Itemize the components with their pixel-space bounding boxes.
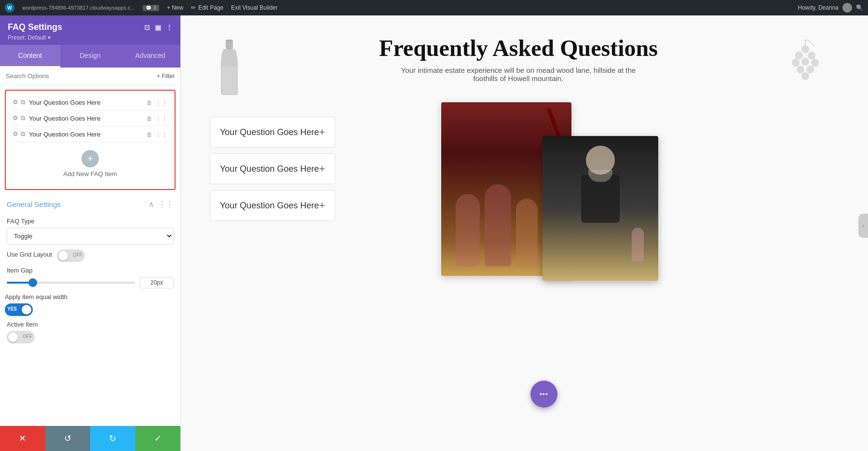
svg-point-9 [806, 66, 814, 73]
active-item-toggle-track[interactable]: OFF [7, 331, 35, 343]
list-item[interactable]: Your Question Goes Here ⋮ [10, 95, 171, 110]
page-subtitle: Your intimate estate experience will be … [398, 66, 639, 82]
toggle-thumb-on [22, 305, 31, 314]
tab-design[interactable]: Design [60, 45, 121, 68]
gear-icon[interactable] [13, 98, 18, 106]
save-button[interactable]: ✓ [136, 426, 181, 451]
delete-icon[interactable] [147, 115, 152, 122]
slider-thumb[interactable] [28, 278, 37, 287]
layout-icon[interactable]: ▣ [155, 24, 161, 31]
list-item[interactable]: Your Question Goes Here ⋮ [10, 126, 171, 142]
main-content: Frequently Asked Questions Your intimate… [181, 15, 868, 451]
toggle-track[interactable]: OFF [57, 249, 85, 262]
preset-label: Preset: Default [8, 34, 46, 41]
grid-layout-toggle[interactable]: OFF [57, 249, 85, 262]
sidebar: FAQ Settings ⊡ ▣ ⋮ Preset: Default ▾ Con… [0, 15, 181, 451]
faq-type-select[interactable]: Toggle Accordion [7, 228, 174, 245]
filter-button[interactable]: + Filter [157, 73, 175, 80]
search-icon[interactable]: 🔍 [856, 4, 863, 11]
item-gap-slider[interactable] [7, 282, 135, 284]
section-dots-icon[interactable]: ⋮ [158, 200, 174, 209]
slider-fill [7, 282, 30, 284]
faq-items-list: Your Question Goes Here + Your Question … [210, 117, 335, 221]
edit-page-button[interactable]: ✏ Edit Page [191, 4, 223, 11]
equal-width-toggle-track[interactable]: YES [5, 303, 33, 316]
comment-bubble[interactable]: 💬 0 [143, 5, 160, 11]
svg-point-8 [797, 66, 804, 73]
chevron-up-icon[interactable] [149, 200, 154, 209]
redo-icon: ↻ [109, 433, 116, 444]
svg-point-10 [801, 72, 809, 80]
comment-count: 0 [154, 5, 157, 11]
gear-icon[interactable] [13, 114, 18, 122]
faq-question-1: Your Question Goes Here [220, 127, 319, 137]
dots-icon[interactable]: ⋮ [155, 131, 168, 138]
active-item-toggle[interactable]: OFF [7, 331, 35, 343]
general-settings-header[interactable]: General Settings ⋮ [5, 196, 176, 213]
faq-item-3[interactable]: Your Question Goes Here + [210, 190, 335, 221]
tab-content[interactable]: Content [0, 45, 60, 68]
redo-button[interactable]: ↻ [90, 426, 136, 451]
general-settings-section: General Settings ⋮ FAQ Type Toggle Accor… [5, 196, 176, 262]
wine-bottle-decoration [210, 35, 248, 97]
add-faq-circle-icon: + [81, 150, 99, 167]
tab-advanced[interactable]: Advanced [120, 45, 180, 68]
faq-question-2: Your Question Goes Here [220, 164, 319, 174]
faq-item-1[interactable]: Your Question Goes Here + [210, 117, 335, 148]
settings-section-icons: ⋮ [149, 200, 174, 209]
exit-vb-label: Exit Visual Builder [231, 4, 278, 11]
list-item[interactable]: Your Question Goes Here ⋮ [10, 110, 171, 126]
wp-logo-icon[interactable]: W [5, 3, 14, 13]
wine-bottle-svg [216, 40, 243, 97]
faq-item-actions-2: ⋮ [147, 115, 168, 122]
adminbar-url[interactable]: wordpress-784896-4973817.cloudwaysapps.c… [22, 5, 135, 11]
page-content: Frequently Asked Questions Your intimate… [181, 15, 856, 240]
undo-button[interactable]: ↺ [45, 426, 91, 451]
copy-icon[interactable] [21, 98, 25, 106]
item-gap-value-input[interactable] [140, 277, 174, 288]
right-edge-handle[interactable]: ‹ [858, 214, 868, 238]
svg-point-2 [801, 45, 809, 53]
wine-photos-area [441, 102, 658, 305]
sidebar-toolbar: ✕ ↺ ↻ ✓ [0, 426, 180, 451]
dots-icon[interactable]: ⋮ [155, 99, 168, 106]
item-icons-1 [13, 98, 25, 106]
faq-item-label-3: Your Question Goes Here [29, 131, 143, 138]
faq-plus-icon-1[interactable]: + [319, 126, 325, 138]
cancel-button[interactable]: ✕ [0, 426, 45, 451]
fab-button[interactable]: ••• [530, 381, 557, 408]
wine-photo-2 [542, 136, 658, 281]
faq-item-label-1: Your Question Goes Here [29, 99, 143, 106]
new-label: New [172, 4, 183, 11]
pencil-icon: ✏ [191, 4, 196, 11]
add-faq-button[interactable]: + Add New FAQ Item [10, 142, 171, 185]
equal-width-toggle[interactable]: YES [5, 303, 33, 316]
faq-plus-icon-2[interactable]: + [319, 163, 325, 175]
sidebar-content: Your Question Goes Here ⋮ Your Question … [0, 85, 180, 426]
delete-icon[interactable] [147, 99, 152, 106]
faq-main-layout: Your Question Goes Here + Your Question … [210, 117, 827, 221]
sidebar-title-row: FAQ Settings ⊡ ▣ ⋮ [8, 22, 173, 32]
more-icon[interactable]: ⋮ [166, 24, 173, 31]
delete-icon[interactable] [147, 131, 152, 138]
copy-icon[interactable] [21, 114, 25, 122]
filter-label: + Filter [157, 73, 175, 80]
new-button[interactable]: + New [167, 4, 183, 11]
search-input[interactable] [6, 72, 153, 80]
sidebar-tabs: Content Design Advanced [0, 45, 180, 68]
dots-icon[interactable]: ⋮ [155, 115, 168, 122]
gear-icon[interactable] [13, 130, 18, 138]
exit-visual-builder-button[interactable]: Exit Visual Builder [231, 4, 278, 11]
focus-icon[interactable]: ⊡ [144, 24, 150, 31]
tab-design-label: Design [80, 52, 101, 59]
preset-selector[interactable]: Preset: Default ▾ [8, 34, 173, 41]
page-title: Frequently Asked Questions [258, 35, 779, 61]
item-gap-field: Item Gap [7, 267, 174, 288]
svg-point-3 [795, 52, 803, 59]
faq-item-2[interactable]: Your Question Goes Here + [210, 153, 335, 184]
faq-plus-icon-3[interactable]: + [319, 199, 325, 212]
faq-item-actions-3: ⋮ [147, 131, 168, 138]
sidebar-title-icons: ⊡ ▣ ⋮ [144, 24, 173, 31]
active-item-thumb [8, 332, 18, 342]
copy-icon[interactable] [21, 130, 25, 138]
